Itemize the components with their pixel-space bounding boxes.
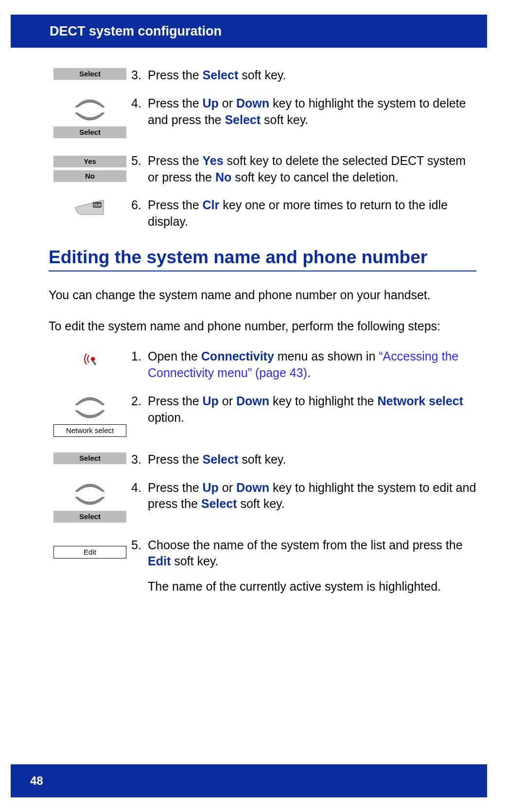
intro-para-2: To edit the system name and phone number… <box>49 317 476 335</box>
step3a-text: 3. Press the Select soft key. <box>131 67 476 84</box>
step4b-icon-col: Select <box>49 480 131 523</box>
select-softkey-icon: Select <box>53 511 126 523</box>
step-row-3a: Select 3. Press the Select soft key. <box>49 67 476 84</box>
step-row-6a: CLR 6. Press the Clr key one or more tim… <box>49 197 476 230</box>
svg-line-3 <box>93 361 96 365</box>
step5a-icon-col: Yes No <box>49 153 131 182</box>
updown-icon <box>73 96 107 124</box>
select-softkey-icon: Select <box>53 126 126 138</box>
step2b-icon-col: Network select <box>49 393 131 437</box>
select-softkey-icon: Select <box>53 68 126 80</box>
step3a-icon-col: Select <box>49 67 131 80</box>
no-softkey-icon: No <box>53 170 126 182</box>
network-select-icon: Network select <box>53 424 126 437</box>
step2b-text: 2. Press the Up or Down key to highlight… <box>131 393 476 426</box>
step5b-icon-col: Edit <box>49 537 131 559</box>
step-row-2b: Network select 2. Press the Up or Down k… <box>49 393 476 437</box>
footer-bar: 48 <box>11 764 487 797</box>
page-number: 48 <box>30 774 43 788</box>
edit-softkey-icon: Edit <box>53 546 126 559</box>
yes-softkey-icon: Yes <box>53 156 126 167</box>
section-heading: Editing the system name and phone number <box>49 247 476 271</box>
step3b-icon-col: Select <box>49 451 131 464</box>
clr-key-icon: CLR <box>75 200 105 216</box>
svg-text:CLR: CLR <box>94 203 101 207</box>
step-row-3b: Select 3. Press the Select soft key. <box>49 451 476 468</box>
header-title: DECT system configuration <box>50 24 222 39</box>
page-content: Select 3. Press the Select soft key. Sel… <box>0 48 525 595</box>
step1b-text: 1. Open the Connectivity menu as shown i… <box>131 348 476 381</box>
header-bar: DECT system configuration <box>11 15 487 48</box>
updown-icon <box>73 394 107 421</box>
step4a-text: 4. Press the Up or Down key to highlight… <box>131 95 476 128</box>
step-row-1b: 1. Open the Connectivity menu as shown i… <box>49 348 476 381</box>
step5a-text: 5. Press the Yes soft key to delete the … <box>131 153 476 186</box>
step-row-4b: Select 4. Press the Up or Down key to hi… <box>49 480 476 523</box>
step6a-icon-col: CLR <box>49 197 131 216</box>
step-row-5b: Edit 5. Choose the name of the system fr… <box>49 537 476 595</box>
step-row-5a: Yes No 5. Press the Yes soft key to dele… <box>49 153 476 186</box>
step-row-4a: Select 4. Press the Up or Down key to hi… <box>49 95 476 138</box>
select-softkey-icon: Select <box>53 452 126 464</box>
step4a-icon-col: Select <box>49 95 131 138</box>
intro-para-1: You can change the system name and phone… <box>49 286 476 304</box>
svg-point-2 <box>91 357 95 361</box>
step4b-text: 4. Press the Up or Down key to highlight… <box>131 480 476 513</box>
step5b-text: 5. Choose the name of the system from th… <box>131 537 476 595</box>
updown-icon <box>73 481 107 508</box>
connectivity-icon <box>81 349 99 367</box>
step3b-text: 3. Press the Select soft key. <box>131 451 476 468</box>
step6a-text: 6. Press the Clr key one or more times t… <box>131 197 476 230</box>
step1b-icon-col <box>49 348 131 367</box>
